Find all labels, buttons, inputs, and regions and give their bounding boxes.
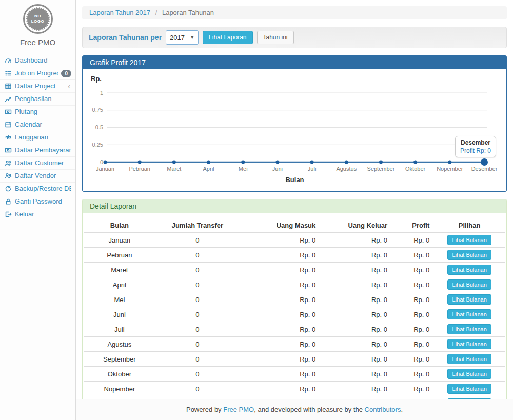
col-profit: Profit xyxy=(391,218,433,233)
cell-uang-keluar: Rp. 0 xyxy=(320,263,391,277)
cell-profit: Rp. 0 xyxy=(391,307,433,322)
tooltip-title: Desember xyxy=(460,139,491,146)
sidebar-item-job-on-progress[interactable]: Job on Progress 0 xyxy=(0,67,75,80)
cell-bulan: Pebruari xyxy=(84,248,155,263)
y-tick-label: 0.5 xyxy=(95,124,103,130)
x-tick-label: Juli xyxy=(308,166,317,172)
data-point[interactable] xyxy=(379,161,383,164)
sidebar-item-keluar[interactable]: Keluar xyxy=(0,208,75,221)
cell-bulan: Mei xyxy=(84,292,155,307)
cell-jumlah-transfer: 0 xyxy=(155,248,240,263)
cell-uang-masuk: Rp. 0 xyxy=(240,248,320,263)
cell-pilihan: Lihat Bulanan xyxy=(433,277,505,292)
sidebar-menu: Dashboard Job on Progress 0 Daftar Proje… xyxy=(0,54,75,221)
sidebar-item-daftar-pembayaran[interactable]: Daftar Pembayaran xyxy=(0,144,75,157)
year-select-value: 2017 xyxy=(170,34,185,42)
cell-bulan: Maret xyxy=(84,263,155,277)
profit-line-chart: 00.250.50.751JanuariPebruariMaretAprilMe… xyxy=(83,84,505,187)
sidebar-item-backup-restore-db[interactable]: Backup/Restore DB xyxy=(0,183,75,195)
sidebar-item-label: Ganti Password xyxy=(15,197,71,206)
data-point[interactable] xyxy=(104,161,107,164)
cell-pilihan: Lihat Bulanan xyxy=(433,292,505,307)
cell-uang-keluar: Rp. 0 xyxy=(320,277,391,292)
page-footer: Powered by Free PMO, and developed with … xyxy=(76,399,513,420)
x-tick-label: Oktober xyxy=(405,166,425,172)
page: NO LOGO Free PMO Dashboard Job on Progre… xyxy=(0,0,513,420)
view-month-button[interactable]: Lihat Bulanan xyxy=(447,369,491,379)
cell-jumlah-transfer: 0 xyxy=(155,367,240,382)
chevron-down-icon: ▼ xyxy=(190,35,194,40)
cell-bulan: Juni xyxy=(84,307,155,322)
view-month-button[interactable]: Lihat Bulanan xyxy=(447,294,491,305)
cell-profit: Rp. 0 xyxy=(391,263,433,277)
view-month-button[interactable]: Lihat Bulanan xyxy=(447,235,491,245)
detail-panel-title: Detail Laporan xyxy=(83,199,506,213)
x-tick-label: Agustus xyxy=(336,166,357,172)
data-point[interactable] xyxy=(345,161,348,164)
breadcrumb-link[interactable]: Laporan Tahun 2017 xyxy=(89,9,150,16)
sidebar-item-daftar-project[interactable]: Daftar Project ‹ xyxy=(0,80,75,93)
col-jumlah-transfer: Jumlah Transfer xyxy=(155,218,240,233)
sidebar-item-penghasilan[interactable]: Penghasilan xyxy=(0,93,75,106)
lock-icon xyxy=(4,198,12,206)
cell-profit: Rp. 0 xyxy=(391,352,433,367)
signout-icon xyxy=(4,211,12,218)
sidebar-item-piutang[interactable]: Piutang xyxy=(0,106,75,118)
data-point[interactable] xyxy=(172,161,176,164)
view-month-button[interactable]: Lihat Bulanan xyxy=(447,309,491,319)
data-point[interactable] xyxy=(241,161,245,164)
cell-jumlah-transfer: 0 xyxy=(155,337,240,352)
cell-uang-masuk: Rp. 0 xyxy=(240,382,320,396)
x-tick-label: Mei xyxy=(239,166,248,172)
cell-uang-masuk: Rp. 0 xyxy=(240,233,320,248)
view-report-button[interactable]: Lihat Laporan xyxy=(203,31,252,44)
money-icon xyxy=(4,147,12,154)
sidebar-item-daftar-customer[interactable]: Daftar Customer xyxy=(0,157,75,170)
data-point[interactable] xyxy=(448,161,451,164)
sidebar: NO LOGO Free PMO Dashboard Job on Progre… xyxy=(0,0,76,420)
view-month-button[interactable]: Lihat Bulanan xyxy=(447,324,491,334)
footer-text-middle: , and developed with pleasure by the xyxy=(254,406,364,413)
sidebar-item-langganan[interactable]: Langganan xyxy=(0,131,75,144)
chart-tooltip: Desember Profit Rp: 0 xyxy=(455,136,496,157)
cell-profit: Rp. 0 xyxy=(391,292,433,307)
cell-pilihan: Lihat Bulanan xyxy=(433,322,505,337)
cell-jumlah-transfer: 0 xyxy=(155,277,240,292)
cell-pilihan: Lihat Bulanan xyxy=(433,233,505,248)
data-point[interactable] xyxy=(138,161,142,164)
table-row: April0Rp. 0Rp. 0Rp. 0Lihat Bulanan xyxy=(84,277,505,292)
sidebar-item-dashboard[interactable]: Dashboard xyxy=(0,54,75,67)
year-select[interactable]: 2017 ▼ xyxy=(166,30,199,45)
data-point-highlighted[interactable] xyxy=(481,158,488,166)
data-point[interactable] xyxy=(310,161,314,164)
x-tick-label: Desember xyxy=(471,166,498,172)
sidebar-item-ganti-password[interactable]: Ganti Password xyxy=(0,195,75,208)
x-tick-label: Pebruari xyxy=(129,166,150,172)
view-month-button[interactable]: Lihat Bulanan xyxy=(447,384,491,394)
main-content: Laporan Tahun 2017 / Laporan Tahunan Lap… xyxy=(76,0,513,420)
sidebar-item-calendar[interactable]: Calendar xyxy=(0,118,75,131)
view-month-button[interactable]: Lihat Bulanan xyxy=(447,250,491,260)
x-tick-label: Januari xyxy=(96,166,114,172)
footer-text-suffix: . xyxy=(401,406,403,413)
refresh-icon xyxy=(4,185,12,193)
view-month-button[interactable]: Lihat Bulanan xyxy=(447,265,491,275)
logo: NO LOGO Free PMO xyxy=(0,0,75,47)
view-month-button[interactable]: Lihat Bulanan xyxy=(447,339,491,349)
data-point[interactable] xyxy=(275,161,279,164)
cell-uang-masuk: Rp. 0 xyxy=(240,352,320,367)
report-table: Bulan Jumlah Transfer Uang Masuk Uang Ke… xyxy=(84,218,505,420)
this-year-button[interactable]: Tahun ini xyxy=(257,31,294,44)
data-point[interactable] xyxy=(207,161,210,164)
detail-report-panel: Detail Laporan Bulan Jumlah Transfer Uan… xyxy=(82,199,507,420)
footer-contributors-link[interactable]: Contributors xyxy=(365,406,401,413)
sidebar-item-daftar-vendor[interactable]: Daftar Vendor xyxy=(0,170,75,183)
view-month-button[interactable]: Lihat Bulanan xyxy=(447,354,491,364)
view-month-button[interactable]: Lihat Bulanan xyxy=(447,279,491,290)
sidebar-item-label: Daftar Vendor xyxy=(15,172,71,180)
users-icon xyxy=(4,159,12,167)
y-tick-label: 1 xyxy=(100,90,103,96)
data-point[interactable] xyxy=(413,161,417,164)
cell-uang-masuk: Rp. 0 xyxy=(240,322,320,337)
footer-brand-link[interactable]: Free PMO xyxy=(223,406,254,413)
